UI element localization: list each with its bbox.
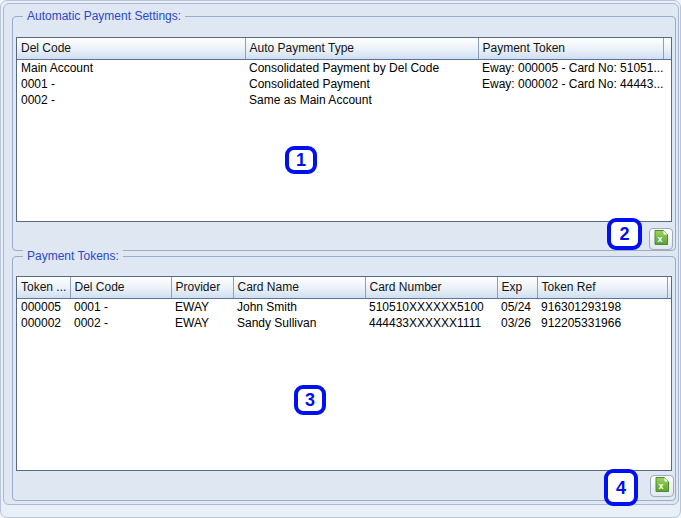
- cell-provider: EWAY: [171, 315, 233, 331]
- cell-token: 000005: [17, 298, 70, 315]
- cell-card-name: John Smith: [233, 298, 365, 315]
- excel-export-icon: x: [654, 229, 669, 249]
- cell-payment-token: Eway: 000002 - Card No: 44443...: [478, 76, 663, 92]
- cell-del-code: Main Account: [17, 59, 245, 76]
- annotation-3: 3: [294, 385, 326, 415]
- annotation-2: 2: [607, 218, 642, 250]
- table-row[interactable]: Main Account Consolidated Payment by Del…: [17, 59, 671, 76]
- table-row[interactable]: 0002 - Same as Main Account: [17, 92, 671, 108]
- cell-provider: EWAY: [171, 298, 233, 315]
- column-header-del-code[interactable]: Del Code: [17, 38, 245, 59]
- svg-text:x: x: [657, 234, 662, 244]
- column-header-filler: [667, 277, 671, 298]
- annotation-1: 1: [285, 146, 317, 174]
- cell-del-code: 0002 -: [70, 315, 171, 331]
- column-header-card-name[interactable]: Card Name: [233, 277, 365, 298]
- column-header-card-number[interactable]: Card Number: [365, 277, 497, 298]
- cell-token-ref: 916301293198: [537, 298, 667, 315]
- panel-legend: Payment Tokens:: [23, 249, 123, 264]
- excel-export-icon: x: [655, 476, 670, 496]
- cell-auto-payment-type: Same as Main Account: [245, 92, 478, 108]
- panel-legend: Automatic Payment Settings:: [23, 9, 185, 24]
- column-header-token[interactable]: Token ...: [17, 277, 70, 298]
- cell-card-number: 444433XXXXXX1111: [365, 315, 497, 331]
- cell-del-code: 0002 -: [17, 92, 245, 108]
- grid-header-row: Token ... Del Code Provider Card Name Ca…: [17, 277, 671, 298]
- column-header-auto-payment-type[interactable]: Auto Payment Type: [245, 38, 478, 59]
- cell-exp: 05/24: [497, 298, 537, 315]
- column-header-exp[interactable]: Exp: [497, 277, 537, 298]
- cell-token-ref: 912205331966: [537, 315, 667, 331]
- payment-settings-grid: Del Code Auto Payment Type Payment Token…: [16, 37, 672, 222]
- payment-tokens-panel: Payment Tokens: Token ... Del Code Provi…: [12, 256, 676, 501]
- cell-token: 000002: [17, 315, 70, 331]
- export-excel-button[interactable]: x: [650, 475, 674, 497]
- column-header-filler: [663, 38, 671, 59]
- window-content-area: Automatic Payment Settings: Del Code Aut…: [3, 3, 679, 505]
- grid-header-row: Del Code Auto Payment Type Payment Token: [17, 38, 671, 59]
- column-header-del-code[interactable]: Del Code: [70, 277, 171, 298]
- cell-exp: 03/26: [497, 315, 537, 331]
- svg-text:x: x: [658, 481, 663, 491]
- table-row[interactable]: 000005 0001 - EWAY John Smith 510510XXXX…: [17, 298, 671, 315]
- payment-tokens-grid: Token ... Del Code Provider Card Name Ca…: [16, 276, 672, 471]
- cell-del-code: 0001 -: [70, 298, 171, 315]
- cell-del-code: 0001 -: [17, 76, 245, 92]
- column-header-payment-token[interactable]: Payment Token: [478, 38, 663, 59]
- column-header-token-ref[interactable]: Token Ref: [537, 277, 667, 298]
- cell-payment-token: Eway: 000005 - Card No: 51051...: [478, 59, 663, 76]
- cell-auto-payment-type: Consolidated Payment: [245, 76, 478, 92]
- cell-card-number: 510510XXXXXX5100: [365, 298, 497, 315]
- cell-payment-token: [478, 92, 663, 108]
- cell-card-name: Sandy Sullivan: [233, 315, 365, 331]
- export-excel-button[interactable]: x: [649, 228, 673, 250]
- cell-auto-payment-type: Consolidated Payment by Del Code: [245, 59, 478, 76]
- annotation-4: 4: [604, 469, 638, 506]
- window: Automatic Payment Settings: Del Code Aut…: [0, 0, 681, 518]
- automatic-payment-settings-panel: Automatic Payment Settings: Del Code Aut…: [12, 16, 676, 251]
- column-header-provider[interactable]: Provider: [171, 277, 233, 298]
- table-row[interactable]: 000002 0002 - EWAY Sandy Sullivan 444433…: [17, 315, 671, 331]
- table-row[interactable]: 0001 - Consolidated Payment Eway: 000002…: [17, 76, 671, 92]
